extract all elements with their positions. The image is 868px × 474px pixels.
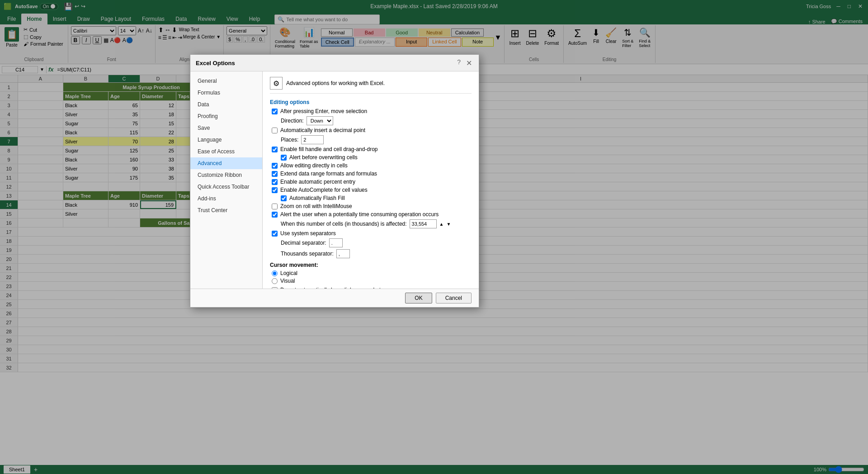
cursor-logical-label: Logical: [280, 270, 297, 276]
cells-affected-spinner-up[interactable]: ▲: [439, 222, 444, 227]
cells-affected-option: When this number of cells (in thousands)…: [270, 219, 472, 228]
dialog-close-button[interactable]: ✕: [464, 58, 473, 67]
edit-directly-label: Allow editing directly in cells: [280, 162, 348, 169]
after-enter-checkbox[interactable]: [272, 109, 278, 114]
dialog-content-description: Advanced options for working with Excel.: [286, 80, 385, 86]
cursor-visual-option: Visual: [270, 278, 472, 284]
use-sys-sep-label: Use system separators: [280, 230, 336, 237]
autocomplete-label: Enable AutoComplete for cell values: [280, 187, 368, 193]
fill-handle-checkbox[interactable]: [272, 147, 278, 152]
sidebar-item-add-ins[interactable]: Add-ins: [190, 193, 262, 204]
thou-sep-input[interactable]: [336, 249, 350, 258]
use-sys-sep-option: Use system separators: [270, 230, 472, 237]
dialog-title-bar: Excel Options ? ✕: [190, 55, 479, 71]
fill-handle-option: Enable fill handle and cell drag-and-dro…: [270, 146, 472, 152]
dialog-sidebar: General Formulas Data Proofing Save Lang…: [190, 71, 263, 289]
cursor-visual-label: Visual: [280, 278, 295, 284]
sidebar-item-general[interactable]: General: [190, 75, 262, 87]
cells-affected-spinner-down[interactable]: ▼: [447, 222, 451, 227]
autocomplete-option: Enable AutoComplete for cell values: [270, 187, 472, 193]
auto-percent-option: Enable automatic percent entry: [270, 179, 472, 185]
cursor-visual-radio[interactable]: [272, 278, 278, 284]
after-enter-option: After pressing Enter, move selection: [270, 108, 472, 114]
edit-directly-checkbox[interactable]: [272, 163, 278, 169]
dialog-body: General Formulas Data Proofing Save Lang…: [190, 71, 479, 289]
use-sys-sep-checkbox[interactable]: [272, 231, 278, 237]
extend-formats-checkbox[interactable]: [272, 171, 278, 177]
alert-overwrite-option: Alert before overwriting cells: [270, 154, 472, 161]
intelli-mouse-option: Zoom on roll with IntelliMouse: [270, 203, 472, 209]
sidebar-item-proofing[interactable]: Proofing: [190, 110, 262, 122]
dialog-content: ⚙ Advanced options for working with Exce…: [263, 71, 479, 289]
ok-button[interactable]: OK: [405, 293, 432, 303]
places-input[interactable]: [301, 135, 324, 144]
direction-select[interactable]: Down Up Left Right: [307, 116, 333, 125]
thou-sep-option: Thousands separator:: [270, 249, 472, 258]
sidebar-item-data[interactable]: Data: [190, 99, 262, 110]
sidebar-item-formulas[interactable]: Formulas: [190, 87, 262, 99]
decimal-sep-option: Decimal separator:: [270, 238, 472, 247]
alert-slow-checkbox[interactable]: [272, 212, 278, 218]
sidebar-item-trust-center[interactable]: Trust Center: [190, 204, 262, 216]
sidebar-item-advanced[interactable]: Advanced: [190, 157, 262, 169]
extend-formats-label: Extend data range formats and formulas: [280, 171, 377, 177]
intelli-mouse-checkbox[interactable]: [272, 204, 278, 209]
cells-affected-input[interactable]: [410, 219, 437, 228]
dialog-help-icon[interactable]: ?: [457, 58, 461, 67]
dialog-footer: OK Cancel: [190, 289, 479, 307]
cursor-movement-label: Cursor movement:: [270, 262, 472, 268]
sidebar-item-ease-of-access[interactable]: Ease of Access: [190, 146, 262, 157]
decimal-sep-input[interactable]: [329, 238, 343, 247]
auto-percent-checkbox[interactable]: [272, 179, 278, 185]
places-option: Places:: [270, 135, 472, 144]
cursor-movement-section: Cursor movement: Logical Visual: [270, 262, 472, 284]
auto-decimal-label: Automatically insert a decimal point: [280, 127, 365, 133]
dialog-title: Excel Options: [196, 60, 235, 66]
no-hyperlink-option: Do not automatically hyperlink screensho…: [270, 287, 472, 289]
sidebar-item-save[interactable]: Save: [190, 122, 262, 134]
sidebar-item-quick-access[interactable]: Quick Access Toolbar: [190, 181, 262, 193]
editing-options-label: Editing options: [270, 99, 472, 105]
no-hyperlink-label: Do not automatically hyperlink screensho…: [280, 287, 381, 289]
after-enter-label: After pressing Enter, move selection: [280, 108, 367, 114]
alert-overwrite-checkbox[interactable]: [281, 155, 287, 161]
cursor-logical-option: Logical: [270, 270, 472, 276]
sidebar-item-customize-ribbon[interactable]: Customize Ribbon: [190, 169, 262, 181]
autocomplete-checkbox[interactable]: [272, 187, 278, 193]
direction-label: Direction:: [281, 118, 304, 124]
excel-options-dialog: Excel Options ? ✕ General Formulas Data …: [190, 54, 479, 308]
fill-handle-label: Enable fill handle and cell drag-and-dro…: [280, 146, 377, 152]
sidebar-item-language[interactable]: Language: [190, 134, 262, 146]
auto-decimal-option: Automatically insert a decimal point: [270, 127, 472, 133]
cells-affected-label: When this number of cells (in thousands)…: [281, 221, 407, 227]
intelli-mouse-label: Zoom on roll with IntelliMouse: [280, 203, 352, 209]
dialog-content-icon: ⚙: [270, 77, 283, 90]
thou-sep-label: Thousands separator:: [281, 251, 334, 257]
no-hyperlink-checkbox[interactable]: [272, 287, 278, 289]
flash-fill-checkbox[interactable]: [281, 195, 287, 201]
edit-directly-option: Allow editing directly in cells: [270, 162, 472, 169]
alert-slow-label: Alert the user when a potentially time c…: [280, 211, 439, 218]
alert-slow-option: Alert the user when a potentially time c…: [270, 211, 472, 218]
auto-percent-label: Enable automatic percent entry: [280, 179, 355, 185]
cancel-button[interactable]: Cancel: [436, 293, 472, 303]
auto-decimal-checkbox[interactable]: [272, 128, 278, 133]
extend-formats-option: Extend data range formats and formulas: [270, 171, 472, 177]
decimal-sep-label: Decimal separator:: [281, 240, 326, 246]
direction-option: Direction: Down Up Left Right: [270, 116, 472, 125]
dialog-content-header: ⚙ Advanced options for working with Exce…: [270, 77, 472, 94]
alert-overwrite-label: Alert before overwriting cells: [289, 154, 358, 161]
flash-fill-label: Automatically Flash Fill: [289, 195, 345, 201]
flash-fill-option: Automatically Flash Fill: [270, 195, 472, 201]
cursor-logical-radio[interactable]: [272, 270, 278, 276]
places-label: Places:: [281, 137, 298, 143]
